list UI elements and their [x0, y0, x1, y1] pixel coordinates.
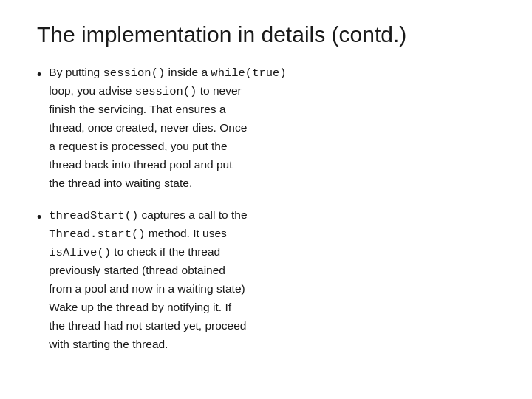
bullet1-text5: thread, once created, never dies. Once	[49, 121, 247, 134]
bullet2-code3: isAlive()	[49, 246, 111, 259]
bullet2-code1: threadStart()	[49, 209, 138, 222]
bullet1-intro: By putting	[49, 66, 103, 78]
bullet2-text2: method. It uses	[146, 227, 227, 239]
content-area: • By putting session() inside a while(tr…	[37, 64, 495, 354]
bullet-text-2: threadStart() captures a call to the Thr…	[49, 206, 247, 354]
bullet1-code2: while(true)	[211, 66, 286, 80]
bullet-dot-1: •	[37, 65, 41, 85]
bullet2-code2: Thread.start()	[49, 228, 145, 241]
bullet2-text4: previously started (thread obtained	[49, 264, 225, 276]
bullet1-text2: loop, you advise	[49, 84, 134, 97]
bullet1-text7: thread back into thread pool and put	[49, 158, 232, 171]
bullet1-text6: a request is processed, you put the	[49, 140, 227, 152]
bullet2-text7: the thread had not started yet, proceed	[49, 319, 246, 332]
bullet1-text8: the thread into waiting state.	[49, 177, 192, 189]
bullet1-code3: session()	[135, 85, 197, 98]
bullet1-code1: session()	[103, 66, 166, 80]
bullet-item-1: • By putting session() inside a while(tr…	[37, 64, 495, 193]
bullet1-text4: finish the servicing. That ensures a	[49, 103, 225, 115]
slide-title: The implementation in details (contd.)	[37, 22, 495, 47]
bullet1-text3: to never	[197, 84, 241, 97]
bullet2-text5: from a pool and now in a waiting state)	[49, 282, 245, 295]
bullet1-text1: inside a	[165, 66, 211, 78]
slide: The implementation in details (contd.) •…	[0, 0, 532, 399]
bullet-dot-2: •	[37, 208, 41, 228]
bullet2-text3: to check if the thread	[111, 245, 220, 258]
bullet2-text8: with starting the thread.	[49, 338, 168, 350]
bullet-text-1: By putting session() inside a while(true…	[49, 64, 286, 193]
bullet-item-2: • threadStart() captures a call to the T…	[37, 206, 495, 354]
bullet2-text1: captures a call to the	[138, 208, 247, 221]
bullet2-text6: Wake up the thread by notifying it. If	[49, 301, 231, 313]
